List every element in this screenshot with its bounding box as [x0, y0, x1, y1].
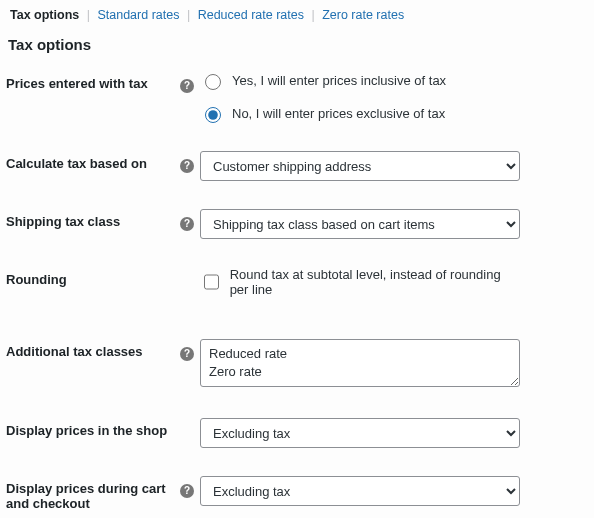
- tab-separator: |: [187, 8, 190, 22]
- sub-tabs: Tax options | Standard rates | Reduced r…: [0, 0, 594, 26]
- row-display-prices-shop: Display prices in the shop Excluding tax: [0, 418, 594, 448]
- tab-separator: |: [87, 8, 90, 22]
- help-icon[interactable]: ?: [180, 484, 194, 498]
- tab-zero-rate-rates[interactable]: Zero rate rates: [318, 8, 408, 22]
- label-prices-entered: Prices entered with tax: [6, 71, 180, 91]
- tab-standard-rates[interactable]: Standard rates: [93, 8, 183, 22]
- tab-tax-options[interactable]: Tax options: [6, 8, 83, 22]
- page-title: Tax options: [8, 36, 594, 53]
- help-icon[interactable]: ?: [180, 217, 194, 231]
- row-shipping-tax-class: Shipping tax class ? Shipping tax class …: [0, 209, 594, 239]
- tab-separator: |: [311, 8, 314, 22]
- radio-exclusive-label: No, I will enter prices exclusive of tax: [232, 106, 445, 121]
- help-icon[interactable]: ?: [180, 159, 194, 173]
- radio-inclusive-label: Yes, I will enter prices inclusive of ta…: [232, 73, 446, 88]
- select-display-prices-cart[interactable]: Excluding tax: [200, 476, 520, 506]
- textarea-additional-tax-classes[interactable]: [200, 339, 520, 387]
- select-calculate-tax-based-on[interactable]: Customer shipping address: [200, 151, 520, 181]
- row-calculate-tax-based-on: Calculate tax based on ? Customer shippi…: [0, 151, 594, 181]
- select-shipping-tax-class[interactable]: Shipping tax class based on cart items: [200, 209, 520, 239]
- radio-inclusive-tax[interactable]: Yes, I will enter prices inclusive of ta…: [200, 71, 520, 90]
- radio-exclusive-input[interactable]: [205, 107, 221, 123]
- label-display-cart: Display prices during cart and checkout: [6, 476, 180, 511]
- label-calc-based: Calculate tax based on: [6, 151, 180, 171]
- label-ship-class: Shipping tax class: [6, 209, 180, 229]
- label-display-shop: Display prices in the shop: [6, 418, 180, 438]
- help-icon[interactable]: ?: [180, 79, 194, 93]
- radio-exclusive-tax[interactable]: No, I will enter prices exclusive of tax: [200, 104, 520, 123]
- row-prices-entered-with-tax: Prices entered with tax ? Yes, I will en…: [0, 71, 594, 123]
- label-rounding: Rounding: [6, 267, 180, 287]
- tab-reduced-rate-rates[interactable]: Reduced rate rates: [194, 8, 308, 22]
- row-additional-tax-classes: Additional tax classes ?: [0, 339, 594, 390]
- checkbox-rounding-label: Round tax at subtotal level, instead of …: [230, 267, 520, 297]
- checkbox-rounding-input[interactable]: [204, 274, 219, 290]
- select-display-prices-shop[interactable]: Excluding tax: [200, 418, 520, 448]
- help-icon[interactable]: ?: [180, 347, 194, 361]
- row-display-prices-cart: Display prices during cart and checkout …: [0, 476, 594, 511]
- row-rounding: Rounding Round tax at subtotal level, in…: [0, 267, 594, 311]
- label-additional: Additional tax classes: [6, 339, 180, 359]
- radio-inclusive-input[interactable]: [205, 74, 221, 90]
- checkbox-rounding[interactable]: Round tax at subtotal level, instead of …: [200, 267, 520, 297]
